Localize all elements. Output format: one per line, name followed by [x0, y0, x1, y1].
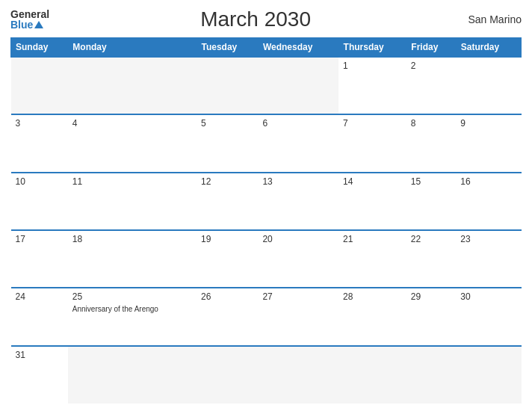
week-row-5: 2425Anniversary of the Arengo2627282930 — [11, 288, 522, 345]
calendar-header: General Blue March 2030 San Marino — [10, 7, 522, 31]
calendar-cell: 11 — [68, 173, 197, 230]
day-number: 18 — [72, 234, 192, 244]
day-number: 6 — [262, 118, 334, 129]
header-tuesday: Tuesday — [197, 38, 258, 58]
calendar-cell: 22 — [406, 230, 456, 288]
calendar-cell: 15 — [406, 173, 456, 230]
calendar-cell — [68, 57, 197, 114]
day-number: 7 — [343, 118, 402, 129]
day-number: 2 — [411, 61, 451, 71]
day-number: 1 — [343, 61, 402, 71]
calendar-cell: 5 — [197, 114, 258, 172]
logo-general-text: General — [10, 9, 49, 19]
day-number: 11 — [72, 176, 192, 187]
day-number: 20 — [262, 234, 334, 244]
calendar-cell — [258, 346, 338, 404]
day-number: 8 — [411, 118, 451, 129]
day-number: 4 — [72, 118, 192, 129]
calendar-cell: 14 — [338, 173, 406, 230]
day-number: 28 — [343, 291, 402, 302]
day-number: 21 — [343, 234, 402, 244]
calendar-cell — [197, 346, 258, 404]
calendar-cell: 8 — [406, 114, 456, 172]
day-number: 23 — [460, 234, 516, 244]
calendar-cell: 27 — [258, 288, 338, 345]
calendar-cell: 3 — [11, 114, 68, 172]
calendar-cell — [406, 346, 456, 404]
header-wednesday: Wednesday — [258, 38, 338, 58]
weekday-header-row: Sunday Monday Tuesday Wednesday Thursday… — [11, 38, 522, 58]
day-number: 24 — [16, 291, 64, 302]
header-sunday: Sunday — [11, 38, 68, 58]
week-row-1: 12 — [11, 57, 522, 114]
calendar-cell: 16 — [456, 173, 521, 230]
calendar-cell — [338, 346, 406, 404]
header-thursday: Thursday — [338, 38, 406, 58]
calendar-cell: 26 — [197, 288, 258, 345]
calendar-cell: 29 — [406, 288, 456, 345]
calendar-cell — [11, 57, 68, 114]
day-number: 30 — [460, 291, 516, 302]
calendar-title: March 2030 — [49, 7, 462, 31]
calendar-cell — [197, 57, 258, 114]
calendar-cell: 24 — [11, 288, 68, 345]
calendar-cell — [68, 346, 197, 404]
calendar-cell: 10 — [11, 173, 68, 230]
calendar-cell: 12 — [197, 173, 258, 230]
calendar-cell: 6 — [258, 114, 338, 172]
calendar-cell: 7 — [338, 114, 406, 172]
logo-triangle-icon — [34, 21, 43, 28]
calendar-cell: 28 — [338, 288, 406, 345]
day-number: 26 — [201, 291, 253, 302]
week-row-3: 10111213141516 — [11, 173, 522, 230]
calendar-page: General Blue March 2030 San Marino Sunda… — [0, 0, 532, 411]
calendar-cell: 20 — [258, 230, 338, 288]
day-number: 13 — [262, 176, 334, 187]
day-number: 27 — [262, 291, 334, 302]
week-row-2: 3456789 — [11, 114, 522, 172]
header-saturday: Saturday — [456, 38, 521, 58]
calendar-cell: 25Anniversary of the Arengo — [68, 288, 197, 345]
day-number: 25 — [72, 291, 192, 302]
logo-blue-text: Blue — [10, 19, 49, 30]
day-number: 29 — [411, 291, 451, 302]
week-row-4: 17181920212223 — [11, 230, 522, 288]
header-monday: Monday — [68, 38, 197, 58]
day-number: 22 — [411, 234, 451, 244]
calendar-cell: 30 — [456, 288, 521, 345]
calendar-cell: 21 — [338, 230, 406, 288]
calendar-cell: 31 — [11, 346, 68, 404]
calendar-cell: 17 — [11, 230, 68, 288]
day-number: 19 — [201, 234, 253, 244]
day-number: 9 — [460, 118, 516, 129]
day-number: 10 — [16, 176, 64, 187]
day-number: 17 — [16, 234, 64, 244]
calendar-cell: 9 — [456, 114, 521, 172]
calendar-cell: 4 — [68, 114, 197, 172]
logo: General Blue — [10, 9, 49, 30]
calendar-cell: 2 — [406, 57, 456, 114]
calendar-cell: 18 — [68, 230, 197, 288]
day-number: 5 — [201, 118, 253, 129]
country-label: San Marino — [462, 13, 522, 25]
calendar-cell — [456, 346, 521, 404]
day-number: 15 — [411, 176, 451, 187]
calendar-cell: 23 — [456, 230, 521, 288]
calendar-cell: 19 — [197, 230, 258, 288]
calendar-cell: 13 — [258, 173, 338, 230]
calendar-cell: 1 — [338, 57, 406, 114]
week-row-6: 31 — [11, 346, 522, 404]
day-number: 14 — [343, 176, 402, 187]
header-friday: Friday — [406, 38, 456, 58]
day-number: 12 — [201, 176, 253, 187]
calendar-cell — [258, 57, 338, 114]
day-number: 16 — [460, 176, 516, 187]
day-number: 3 — [16, 118, 64, 129]
calendar-table: Sunday Monday Tuesday Wednesday Thursday… — [10, 37, 522, 404]
event-text: Anniversary of the Arengo — [72, 305, 158, 313]
day-number: 31 — [16, 350, 64, 360]
